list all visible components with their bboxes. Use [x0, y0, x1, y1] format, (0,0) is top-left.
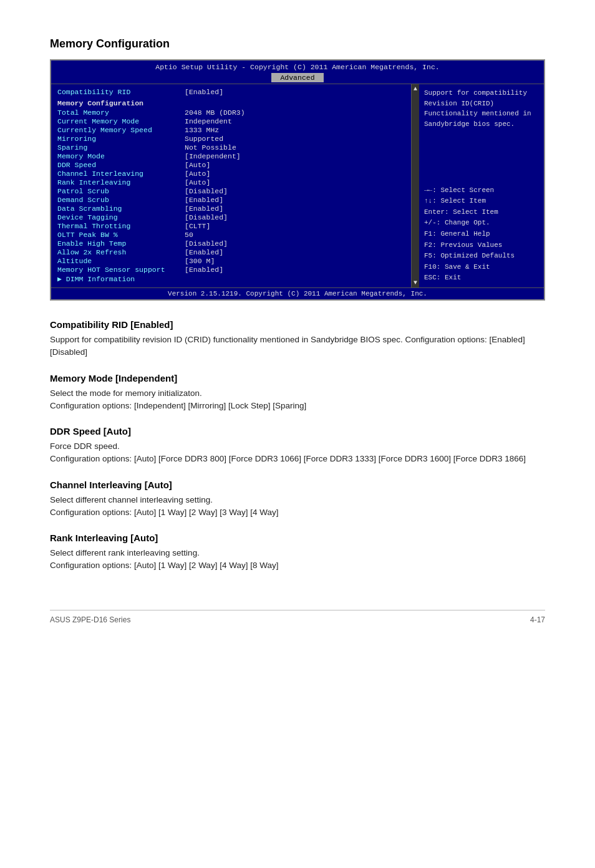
- bios-row-label: Patrol Scrub: [57, 187, 182, 195]
- bios-row-label: Allow 2x Refresh: [57, 248, 182, 256]
- bios-row[interactable]: Total Memory2048 MB (DDR3): [57, 109, 409, 117]
- bios-row-value: [CLTT]: [182, 222, 409, 230]
- bios-row[interactable]: Channel Interleaving[Auto]: [57, 170, 409, 178]
- help-top-line: Sandybridge bios spec.: [424, 119, 540, 130]
- bios-row-value: 50: [182, 231, 409, 239]
- help-key-line: ESC: Exit: [424, 272, 540, 284]
- bios-row-label: Current Memory Mode: [57, 117, 182, 125]
- bios-row[interactable]: Device Tagging[Disabled]: [57, 213, 409, 221]
- section-body: Select different rank interleaving setti…: [50, 547, 545, 572]
- bios-row[interactable]: MirroringSupported: [57, 135, 409, 143]
- section-body: Support for compatibility revision ID (C…: [50, 334, 545, 359]
- bios-row[interactable]: Demand Scrub[Enabled]: [57, 196, 409, 204]
- help-key-line: →←: Select Screen: [424, 185, 540, 196]
- help-key-line: F10: Save & Exit: [424, 262, 540, 273]
- bios-row-label: Memory Mode: [57, 152, 182, 160]
- bios-tab-advanced[interactable]: Advanced: [271, 73, 323, 82]
- bios-row[interactable]: SparingNot Possible: [57, 143, 409, 152]
- help-key-line: ↑↓: Select Item: [424, 196, 540, 207]
- help-key-line: +/-: Change Opt.: [424, 218, 540, 229]
- help-top-line: Revision ID(CRID): [424, 99, 540, 109]
- bios-row[interactable]: Enable High Temp[Disabled]: [57, 239, 409, 248]
- bios-row[interactable]: Thermal Throtting[CLTT]: [57, 222, 409, 230]
- bios-row-value: Independent: [182, 117, 409, 125]
- bios-row-label: Memory HOT Sensor support: [57, 266, 182, 274]
- bios-row[interactable]: Patrol Scrub[Disabled]: [57, 187, 409, 195]
- bios-row[interactable]: Memory Mode[Independent]: [57, 152, 409, 160]
- section-body: Force DDR speed.Configuration options: […: [50, 440, 545, 466]
- section-heading: Rank Interleaving [Auto]: [50, 533, 545, 543]
- bios-row[interactable]: Currently Memory Speed1333 MHz: [57, 126, 409, 134]
- bios-row-label: Thermal Throtting: [57, 222, 182, 230]
- bios-row[interactable]: Data Scrambling[Enabled]: [57, 205, 409, 213]
- bios-row-label: Total Memory: [57, 109, 182, 117]
- bios-row-value: [300 M]: [182, 257, 409, 265]
- bios-scrollbar[interactable]: ▲ ▼: [412, 84, 419, 287]
- bios-row-label: Demand Scrub: [57, 196, 182, 204]
- bios-header: Aptio Setup Utility - Copyright (C) 2011…: [51, 60, 544, 84]
- bios-row-value: [Enabled]: [182, 196, 409, 204]
- bios-row-label: ▶ DIMM Information: [57, 274, 182, 283]
- section-body: Select different channel interleaving se…: [50, 494, 545, 519]
- bios-terminal: Aptio Setup Utility - Copyright (C) 2011…: [50, 59, 545, 301]
- help-top-line: Support for compatibility: [424, 88, 540, 99]
- bios-row-value: Not Possible: [182, 143, 409, 152]
- bios-row-label: Data Scrambling: [57, 205, 182, 213]
- bios-right-panel: Support for compatibilityRevision ID(CRI…: [419, 84, 544, 287]
- bios-row[interactable]: Allow 2x Refresh[Enabled]: [57, 248, 409, 256]
- bios-row-value: [Enabled]: [182, 266, 409, 274]
- bios-row[interactable]: Compatibility RID[Enabled]: [57, 88, 409, 96]
- footer-page: 4-17: [530, 615, 545, 624]
- bios-row[interactable]: OLTT Peak BW %50: [57, 231, 409, 239]
- bios-help-keys: →←: Select Screen↑↓: Select ItemEnter: S…: [424, 185, 540, 284]
- bios-row-label: Currently Memory Speed: [57, 126, 182, 134]
- bios-row-label: Compatibility RID: [57, 88, 182, 96]
- bios-row-value: [Disabled]: [182, 187, 409, 195]
- bios-row-value: [Disabled]: [182, 239, 409, 248]
- bios-row-value: [Disabled]: [182, 213, 409, 221]
- help-key-line: Enter: Select Item: [424, 207, 540, 218]
- scroll-down-arrow[interactable]: ▼: [414, 279, 417, 286]
- bios-row-label: Device Tagging: [57, 213, 182, 221]
- bios-row-label: OLTT Peak BW %: [57, 231, 182, 239]
- page-title: Memory Configuration: [50, 37, 545, 51]
- bios-section-title: Memory Configuration: [57, 99, 409, 107]
- bios-row-value: [Auto]: [182, 178, 409, 186]
- bios-row-label: Sparing: [57, 143, 182, 152]
- bios-row-value: [Enabled]: [182, 248, 409, 256]
- section-heading: Channel Interleaving [Auto]: [50, 480, 545, 490]
- footer-product: ASUS Z9PE-D16 Series: [50, 615, 130, 624]
- bios-left-panel: Compatibility RID[Enabled]Memory Configu…: [51, 84, 412, 287]
- page-footer: ASUS Z9PE-D16 Series 4-17: [50, 610, 545, 624]
- bios-row-label: Enable High Temp: [57, 239, 182, 248]
- bios-help-top: Support for compatibilityRevision ID(CRI…: [424, 88, 540, 129]
- help-key-line: F1: General Help: [424, 229, 540, 240]
- bios-row-label: Mirroring: [57, 135, 182, 143]
- bios-row-label: Channel Interleaving: [57, 170, 182, 178]
- section-heading: DDR Speed [Auto]: [50, 426, 545, 436]
- bios-row-label: Altitude: [57, 257, 182, 265]
- bios-row-label: DDR Speed: [57, 161, 182, 169]
- bios-row[interactable]: Rank Interleaving[Auto]: [57, 178, 409, 186]
- bios-footer: Version 2.15.1219. Copyright (C) 2011 Am…: [51, 287, 544, 299]
- bios-row-value: [Auto]: [182, 161, 409, 169]
- bios-row-value: Supported: [182, 135, 409, 143]
- scroll-up-arrow[interactable]: ▲: [414, 85, 417, 92]
- bios-header-title: Aptio Setup Utility - Copyright (C) 2011…: [51, 63, 544, 71]
- section-body: Select the mode for memory initializaton…: [50, 387, 545, 413]
- section-heading: Memory Mode [Independent]: [50, 373, 545, 383]
- bios-row[interactable]: Current Memory ModeIndependent: [57, 117, 409, 125]
- bios-row[interactable]: DDR Speed[Auto]: [57, 161, 409, 169]
- help-top-line: Functionality mentioned in: [424, 109, 540, 119]
- bios-row[interactable]: Altitude[300 M]: [57, 257, 409, 265]
- bios-row-label: Rank Interleaving: [57, 178, 182, 186]
- bios-row[interactable]: Memory HOT Sensor support[Enabled]: [57, 266, 409, 274]
- bios-row-value: 2048 MB (DDR3): [182, 109, 409, 117]
- help-key-line: F2: Previous Values: [424, 240, 540, 251]
- help-key-line: F5: Optimized Defaults: [424, 251, 540, 262]
- section-heading: Compatibility RID [Enabled]: [50, 319, 545, 330]
- bios-row-value: 1333 MHz: [182, 126, 409, 134]
- bios-row-value: [Auto]: [182, 170, 409, 178]
- bios-row[interactable]: ▶ DIMM Information: [57, 274, 409, 283]
- bios-row-value: [Enabled]: [182, 205, 409, 213]
